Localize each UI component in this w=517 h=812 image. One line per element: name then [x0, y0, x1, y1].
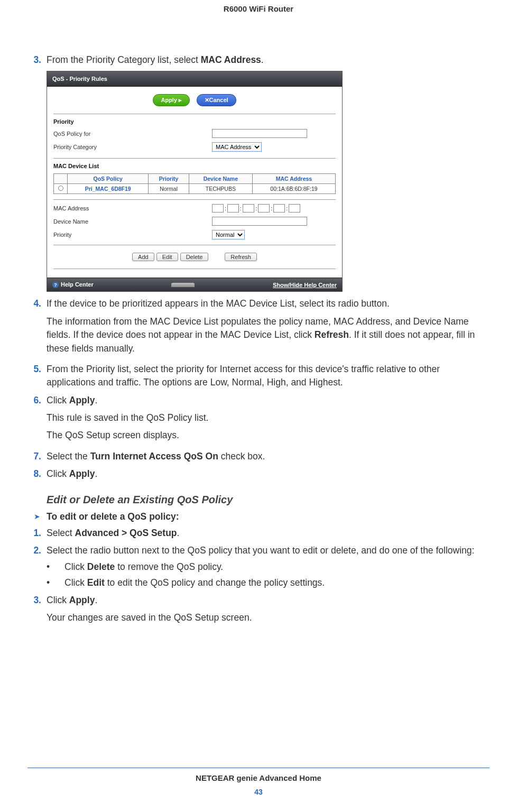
step-text: Click Apply. [47, 467, 490, 481]
priority-section-label: Priority [53, 116, 336, 127]
radio-icon [58, 186, 63, 191]
help-center-label[interactable]: ?Help Center [52, 281, 94, 288]
step-number: 8. [27, 467, 47, 481]
step-number: 1. [27, 527, 47, 540]
step-number: 4. [27, 297, 47, 358]
step-text: Select Advanced > QoS Setup. [47, 527, 490, 540]
text: check box. [218, 451, 265, 462]
field-label: Priority Category [53, 144, 212, 150]
step-text: Select the radio button next to the QoS … [47, 544, 490, 557]
row-policy[interactable]: Pri_MAC_6D8F19 [68, 184, 149, 194]
step-3: 3. From the Priority Category list, sele… [27, 53, 490, 67]
text: If the device to be prioritized appears … [47, 298, 390, 309]
arrow-icon: ➤ [27, 511, 47, 522]
apply-button[interactable]: Apply ▸ [153, 94, 190, 106]
drawer-tab-icon[interactable] [171, 283, 195, 287]
step-text: If the device to be prioritized appears … [47, 297, 490, 358]
help-footer: ?Help Center Show/Hide Help Center [47, 278, 342, 291]
text: Select [47, 528, 75, 538]
text: From the Priority Category list, select [47, 54, 201, 65]
step-number: 3. [27, 594, 47, 628]
field-label: QoS Policy for [53, 131, 212, 137]
col-device-name: Device Name [189, 174, 252, 184]
field-label: Priority [53, 232, 212, 238]
bold-text: Apply [69, 395, 95, 405]
step-text: Click Apply. This rule is saved in the Q… [47, 394, 490, 446]
bullet-delete: • Click Delete to remove the QoS policy. [47, 560, 490, 574]
window-titlebar: QoS - Priority Rules [47, 71, 342, 87]
text: Click [64, 577, 87, 588]
page-header: R6000 WiFi Router [0, 0, 517, 13]
text: . [261, 54, 264, 65]
qos-policy-for-input[interactable] [212, 129, 307, 138]
table-row: Pri_MAC_6D8F19 Normal TECHPUBS 00:1A:6B:… [54, 184, 336, 194]
text: Click [47, 468, 69, 479]
row-radio-cell[interactable] [54, 184, 68, 194]
bullet-icon: • [47, 560, 64, 574]
help-icon: ? [52, 282, 59, 288]
page-footer: NETGEAR genie Advanced Home 43 [0, 768, 517, 796]
mac-device-list-label: MAC Device List [53, 161, 336, 171]
bold-text: Refresh [315, 329, 349, 340]
text: to remove the QoS policy. [115, 561, 223, 572]
step-number: 5. [27, 363, 47, 390]
priority-select[interactable]: Normal [212, 230, 245, 239]
device-name-input[interactable] [212, 217, 307, 226]
page-number: 43 [0, 788, 517, 796]
step-text: Select the Turn Internet Access QoS On c… [47, 450, 490, 463]
priority-category-select[interactable]: MAC Address [212, 142, 262, 152]
step-number: 6. [27, 394, 47, 446]
refresh-button[interactable]: Refresh [225, 253, 257, 261]
col-priority: Priority [149, 174, 189, 184]
text: . [95, 595, 97, 605]
step-number: 2. [27, 544, 47, 557]
step-text: From the Priority list, select the prior… [47, 363, 490, 390]
add-button[interactable]: Add [132, 253, 154, 261]
window-body: Apply ▸ ✕Cancel Priority QoS Policy for … [47, 87, 342, 291]
bullet-edit: • Click Edit to edit the QoS policy and … [47, 576, 490, 589]
edit-button[interactable]: Edit [156, 253, 178, 261]
bullet-icon: • [47, 576, 64, 589]
page-content: 3. From the Priority Category list, sele… [0, 13, 517, 628]
bold-text: Advanced > QoS Setup [75, 528, 177, 538]
step-5: 5. From the Priority list, select the pr… [27, 363, 490, 390]
row-device: TECHPUBS [189, 184, 252, 194]
qos-screenshot: QoS - Priority Rules Apply ▸ ✕Cancel Pri… [47, 71, 343, 292]
col-mac-address: MAC Address [252, 174, 335, 184]
text: . [95, 395, 97, 405]
footer-text: NETGEAR genie Advanced Home [0, 773, 517, 782]
col-qos-policy: QoS Policy [68, 174, 149, 184]
text: The QoS Setup screen displays. [47, 429, 490, 442]
delete-button[interactable]: Delete [180, 253, 209, 261]
procedure-title: To edit or delete a QoS policy: [47, 511, 179, 522]
edit-step-3: 3. Click Apply. Your changes are saved i… [27, 594, 490, 628]
table-header-row: QoS Policy Priority Device Name MAC Addr… [54, 174, 336, 184]
row-mac: 00:1A:6B:6D:8F:19 [252, 184, 335, 194]
step-number: 7. [27, 450, 47, 463]
device-name-row: Device Name [53, 215, 336, 228]
field-label: MAC Address [53, 205, 212, 211]
step-text: Click Apply. Your changes are saved in t… [47, 594, 490, 628]
row-priority: Normal [149, 184, 189, 194]
step-6: 6. Click Apply. This rule is saved in th… [27, 394, 490, 446]
text: to edit the QoS policy and change the po… [105, 577, 325, 588]
text: . [95, 468, 97, 479]
bold-text: MAC Address [201, 54, 261, 65]
text: . [177, 528, 180, 538]
step-4: 4. If the device to be prioritized appea… [27, 297, 490, 358]
text: Click [47, 395, 69, 405]
priority-category-row: Priority Category MAC Address [53, 140, 336, 154]
step-number: 3. [27, 53, 47, 67]
bold-text: Turn Internet Access QoS On [90, 451, 218, 462]
text: Select the [47, 451, 90, 462]
edit-step-2: 2. Select the radio button next to the Q… [27, 544, 490, 557]
mac-address-inputs[interactable]: ::::: [212, 204, 300, 213]
text: This rule is saved in the QoS Policy lis… [47, 411, 490, 425]
bold-text: Apply [69, 468, 95, 479]
step-8: 8. Click Apply. [27, 467, 490, 481]
show-hide-help-link[interactable]: Show/Hide Help Center [273, 282, 337, 288]
mac-device-table: QoS Policy Priority Device Name MAC Addr… [53, 173, 336, 194]
cancel-button[interactable]: ✕Cancel [197, 94, 236, 106]
edit-step-1: 1. Select Advanced > QoS Setup. [27, 527, 490, 540]
text: Click [64, 561, 87, 572]
